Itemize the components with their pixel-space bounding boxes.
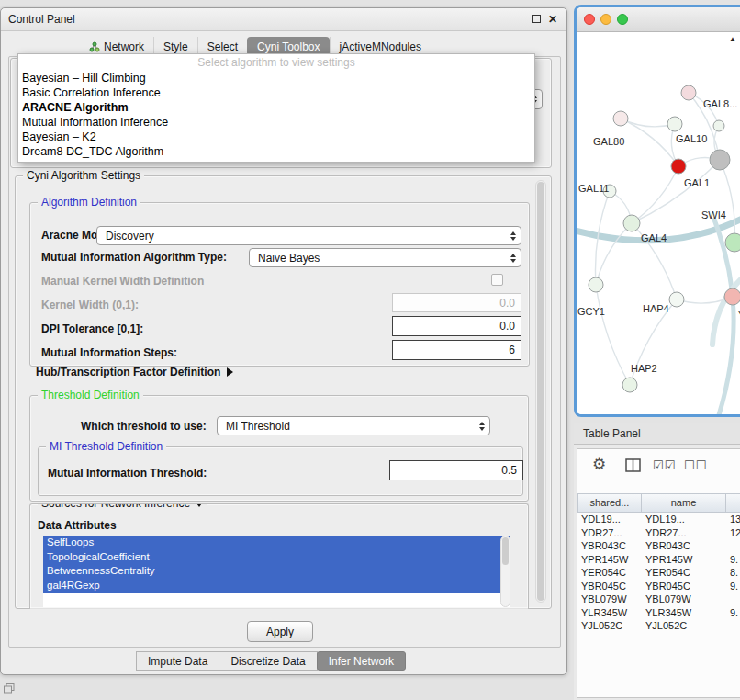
table-panel-titlebar[interactable]: Table Panel [574,423,740,445]
table-cell[interactable] [726,619,740,633]
gear-icon[interactable]: ⚙ [592,455,606,474]
list-scrollbar-thumb[interactable] [502,537,509,565]
network-canvas[interactable]: GAL8...GAL80GAL10GAL11GAL1SWI4GAL4GCY1HA… [577,32,740,415]
network-window-titlebar[interactable] [577,7,740,32]
table-cell[interactable]: YBR045C [577,580,642,593]
attribute-item-selfloops[interactable]: SelfLoops [43,536,510,550]
table-cell[interactable] [726,539,740,553]
minimize-traffic-light-icon[interactable] [600,14,611,25]
algorithm-option-mutual-information-inference[interactable]: Mutual Information Inference [18,115,534,130]
algorithm-option-basic-correlation-inference[interactable]: Basic Correlation Inference [18,85,534,100]
mi-type-combo[interactable]: Naive Bayes [249,248,521,267]
network-node[interactable] [713,120,724,131]
network-node[interactable] [724,288,740,305]
table-cell[interactable]: 8. [726,566,740,580]
table-cell[interactable]: 9. [726,580,740,593]
apply-button[interactable]: Apply [247,621,313,642]
network-node[interactable] [669,292,684,307]
table-cell[interactable]: 9. [726,606,740,620]
network-edge[interactable] [596,285,630,385]
list-scrollbar[interactable] [500,536,510,607]
bottom-tab-infer-network[interactable]: Infer Network [317,651,406,671]
network-canvas-area[interactable]: GAL8...GAL80GAL10GAL11GAL1SWI4GAL4GCY1HA… [577,32,740,414]
network-node[interactable] [671,159,686,174]
close-window-icon[interactable]: ✕ [544,13,561,26]
bottom-tab-discretize-data[interactable]: Discretize Data [219,651,317,671]
table-row[interactable]: YBL079WYBL079W [577,593,740,606]
float-window-icon[interactable] [528,13,544,26]
attribute-item-betweennesscentrality[interactable]: BetweennessCentrality [43,564,510,579]
table-row[interactable]: YPR145WYPR145W9. [577,553,740,567]
table-cell[interactable]: YER054C [577,566,642,580]
kernel-width-field[interactable]: 0.0 [392,293,521,312]
deselect-all-icon[interactable]: ☐☐ [684,458,707,472]
restore-panel-icon[interactable] [4,683,15,694]
table-row[interactable]: YLR345WYLR345W9. [577,606,740,620]
network-node[interactable] [667,117,682,131]
table-cell[interactable]: YBR045C [642,580,726,593]
table-row[interactable]: YJL052CYJL052C [577,619,740,633]
table-cell[interactable]: YBR043C [577,539,642,553]
manual-kernel-checkbox[interactable] [491,274,503,286]
sources-group-title[interactable]: Sources for Network Inference [38,503,207,510]
table-cell[interactable]: YDR27... [642,526,726,540]
attribute-item-topologicalcoefficient[interactable]: TopologicalCoefficient [43,550,510,565]
column-header-shared[interactable]: shared... [577,493,642,513]
table-cell[interactable]: YJL052C [577,619,642,633]
algorithm-option-bayesian-k2[interactable]: Bayesian – K2 [18,130,534,144]
table-row[interactable]: YDL19...YDL19...13 [577,513,740,526]
table-cell[interactable]: YDL19... [577,513,642,526]
control-panel-titlebar[interactable]: Control Panel ✕ [1,8,566,31]
network-node[interactable] [725,233,740,252]
zoom-traffic-light-icon[interactable] [617,14,628,25]
table-cell[interactable]: YJL052C [642,619,726,633]
network-edge[interactable] [596,223,632,285]
table-cell[interactable]: YBR043C [642,539,726,553]
network-edge[interactable] [621,119,675,127]
network-node[interactable] [623,215,640,231]
network-node[interactable] [589,277,603,292]
bottom-tab-impute-data[interactable]: Impute Data [136,651,219,671]
table-row[interactable]: YDR27...YDR27...12 [577,526,740,540]
network-node[interactable] [622,378,637,392]
network-node[interactable] [681,85,696,100]
algorithm-option-bayesian-hill-climbing[interactable]: Bayesian – Hill Climbing [18,71,534,85]
mi-steps-field[interactable]: 6 [392,340,521,360]
table-cell[interactable]: YPR145W [642,553,726,567]
table-cell[interactable]: YDR27... [577,526,642,540]
table-cell[interactable]: YLR345W [642,606,726,620]
table-row[interactable]: YBR045CYBR045C9. [577,580,740,593]
scroll-up-arrow-icon[interactable]: ▲ [729,35,736,43]
table-cell[interactable]: YBL079W [642,593,726,606]
which-threshold-combo[interactable]: MI Threshold [217,416,490,435]
settings-scrollbar-thumb[interactable] [537,182,544,601]
network-edge[interactable] [632,166,678,223]
dpi-tolerance-field[interactable]: 0.0 [392,316,521,336]
aracne-mode-combo[interactable]: Discovery [96,226,521,245]
network-node[interactable] [613,111,628,126]
algorithm-option-aracne-algorithm[interactable]: ARACNE Algorithm [18,100,534,115]
settings-scrollbar[interactable] [535,180,546,603]
mi-threshold-field[interactable]: 0.5 [389,460,523,480]
column-header-extra[interactable] [726,493,740,513]
column-header-name[interactable]: name [642,493,726,513]
table-cell[interactable]: 9. [726,553,740,567]
algorithm-option-dream8-dc-tdc-algorithm[interactable]: Dream8 DC_TDC Algorithm [18,144,534,159]
attribute-item-gal4rgexp[interactable]: gal4RGexp [43,579,510,593]
table-cell[interactable]: YLR345W [577,606,642,620]
table-cell[interactable]: YDL19... [642,513,726,526]
data-attributes-list[interactable]: SelfLoopsTopologicalCoefficientBetweenne… [43,536,510,607]
table-cell[interactable]: YPR145W [577,553,642,567]
network-node[interactable] [710,150,730,170]
table-row[interactable]: YER054CYER054C8. [577,566,740,580]
select-all-icon[interactable]: ☑☑ [653,458,676,472]
table-row[interactable]: YBR043CYBR043C [577,539,740,553]
table-cell[interactable] [726,593,740,606]
column-selector-icon[interactable] [625,458,641,472]
table-cell[interactable]: 12 [726,526,740,540]
table-cell[interactable]: 13 [726,513,740,526]
table-cell[interactable]: YBL079W [577,593,642,606]
table-cell[interactable]: YER054C [642,566,726,580]
close-traffic-light-icon[interactable] [584,14,595,25]
hub-definition-expander[interactable]: Hub/Transcription Factor Definition [36,366,233,378]
